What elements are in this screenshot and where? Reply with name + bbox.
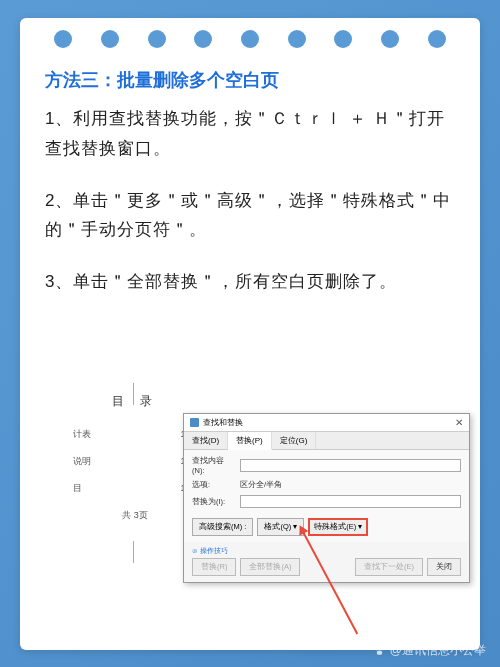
operation-tip[interactable]: ⊙ 操作技巧 — [192, 546, 228, 556]
content-area: 方法三：批量删除多个空白页 1、利用查找替换功能，按＂Ｃｔｒｌ ＋ Ｈ＂打开查找… — [45, 68, 455, 319]
special-format-button[interactable]: 特殊格式(E) ▾ — [308, 518, 368, 536]
step-3: 3、单击＂全部替换＂，所有空白页删除了。 — [45, 267, 455, 297]
dialog-tabs: 查找(D) 替换(P) 定位(G) — [184, 432, 469, 450]
note-card: 方法三：批量删除多个空白页 1、利用查找替换功能，按＂Ｃｔｒｌ ＋ Ｈ＂打开查找… — [20, 18, 480, 650]
replace-button[interactable]: 替换(R) — [192, 558, 236, 576]
options-label: 选项: — [192, 480, 236, 490]
replace-label: 替换为(I): — [192, 497, 236, 507]
svg-point-2 — [381, 648, 384, 651]
find-label: 查找内容(N): — [192, 456, 236, 475]
watermark-text: @通讯信息小公举 — [390, 642, 486, 659]
dialog-body: 查找内容(N): 选项: 区分全/半角 替换为(I): 高级搜索(M) : 格式… — [184, 450, 469, 542]
find-input[interactable] — [240, 459, 461, 472]
svg-point-0 — [375, 648, 378, 651]
tab-goto[interactable]: 定位(G) — [272, 432, 317, 449]
replace-all-button[interactable]: 全部替换(A) — [240, 558, 300, 576]
find-replace-dialog: 查找和替换 ✕ 查找(D) 替换(P) 定位(G) 查找内容(N): 选项: 区… — [183, 413, 470, 583]
embedded-screenshot: 目 录 计表1 页 说明1 页 目1 页 共 3页 查找和替换 ✕ 查找(D) … — [65, 393, 465, 613]
binder-holes — [20, 30, 480, 48]
more-button[interactable]: 高级搜索(M) : — [192, 518, 253, 536]
replace-input[interactable] — [240, 495, 461, 508]
step-1: 1、利用查找替换功能，按＂Ｃｔｒｌ ＋ Ｈ＂打开查找替换窗口。 — [45, 104, 455, 164]
format-button-row: 高级搜索(M) : 格式(Q) ▾ 特殊格式(E) ▾ — [192, 518, 461, 536]
dialog-titlebar: 查找和替换 ✕ — [184, 414, 469, 432]
close-button[interactable]: 关闭 — [427, 558, 461, 576]
dialog-icon — [190, 418, 199, 427]
tab-find[interactable]: 查找(D) — [184, 432, 228, 449]
find-next-button[interactable]: 查找下一处(E) — [355, 558, 423, 576]
step-2: 2、单击＂更多＂或＂高级＂，选择＂特殊格式＂中的＂手动分页符＂。 — [45, 186, 455, 246]
tab-replace[interactable]: 替换(P) — [228, 432, 272, 450]
svg-point-3 — [377, 651, 382, 655]
close-icon[interactable]: ✕ — [455, 417, 463, 428]
paw-icon — [373, 644, 386, 657]
doc-heading: 目 录 — [65, 393, 205, 410]
method-title: 方法三：批量删除多个空白页 — [45, 68, 455, 92]
svg-point-1 — [378, 646, 381, 649]
options-value: 区分全/半角 — [240, 480, 282, 490]
watermark: @通讯信息小公举 — [373, 642, 486, 659]
dialog-title-text: 查找和替换 — [203, 417, 243, 428]
